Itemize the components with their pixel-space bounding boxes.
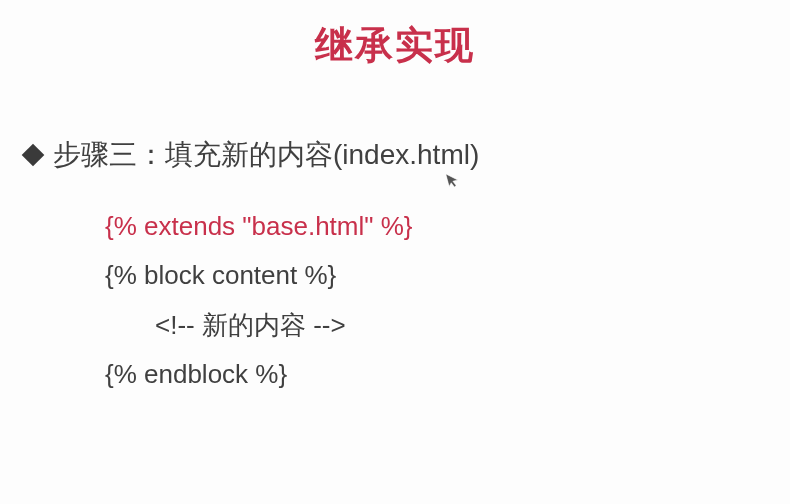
content-area: 步骤三：填充新的内容(index.html) {% extends "base.… bbox=[0, 71, 790, 400]
code-line-block-start: {% block content %} bbox=[105, 251, 790, 300]
code-line-extends: {% extends "base.html" %} bbox=[105, 202, 790, 251]
step-title-text: 步骤三：填充新的内容(index.html) bbox=[53, 136, 479, 174]
code-line-endblock: {% endblock %} bbox=[105, 350, 790, 399]
code-block: {% extends "base.html" %} {% block conte… bbox=[25, 174, 790, 400]
slide-title: 继承实现 bbox=[0, 0, 790, 71]
step-bullet-line: 步骤三：填充新的内容(index.html) bbox=[25, 136, 790, 174]
code-line-comment: <!-- 新的内容 --> bbox=[105, 301, 790, 350]
diamond-bullet-icon bbox=[22, 144, 45, 167]
